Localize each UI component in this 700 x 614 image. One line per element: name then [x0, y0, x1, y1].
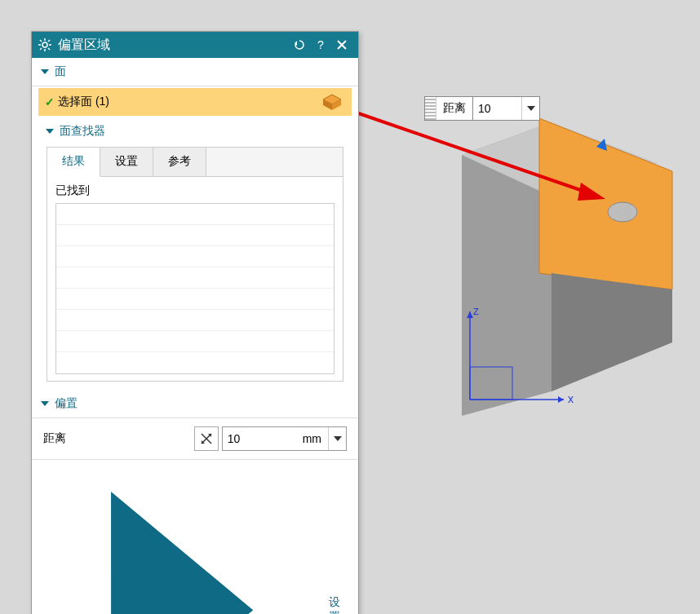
chevron-right-icon	[40, 468, 324, 614]
close-icon	[337, 40, 347, 50]
face-selection-icon[interactable]	[319, 90, 345, 114]
svg-line-23	[48, 48, 50, 50]
tab-reference[interactable]: 参考	[153, 148, 206, 176]
svg-marker-34	[41, 401, 49, 406]
list-item[interactable]	[56, 267, 334, 289]
svg-marker-1	[462, 122, 658, 204]
check-icon: ✓	[45, 95, 55, 108]
svg-line-22	[40, 40, 42, 42]
select-face-label: 选择面 (1)	[58, 95, 319, 109]
help-icon: ?	[317, 38, 324, 51]
distance-input[interactable]	[223, 427, 296, 450]
svg-line-24	[40, 48, 42, 50]
face-finder-title: 面查找器	[60, 124, 105, 139]
svg-text:x: x	[568, 392, 574, 405]
select-face-row[interactable]: ✓ 选择面 (1)	[38, 88, 352, 116]
floating-distance-control[interactable]: 距离	[424, 96, 540, 121]
viewport-3d: x z	[421, 98, 690, 440]
section-offset-header[interactable]: 偏置	[32, 390, 358, 418]
dialog-title: 偏置区域	[58, 37, 288, 54]
dialog-titlebar[interactable]: 偏置区域 ?	[32, 32, 358, 58]
distance-input-group: mm	[222, 426, 347, 451]
drag-grip-icon[interactable]	[425, 97, 436, 120]
distance-dropdown[interactable]	[328, 427, 346, 450]
reverse-direction-button[interactable]	[194, 426, 219, 451]
svg-marker-3	[539, 118, 672, 289]
found-label: 已找到	[55, 183, 334, 198]
floating-distance-input[interactable]	[472, 97, 521, 120]
chevron-down-icon	[334, 435, 342, 443]
list-item[interactable]	[56, 246, 334, 267]
list-item[interactable]	[56, 310, 334, 331]
reset-icon	[294, 39, 305, 51]
section-settings-title: 设置	[329, 595, 350, 614]
svg-marker-29	[41, 69, 49, 74]
chevron-down-icon	[40, 399, 50, 409]
section-face-title: 面	[55, 64, 66, 79]
svg-marker-0	[462, 122, 552, 416]
svg-marker-15	[578, 183, 605, 201]
svg-marker-5	[596, 139, 607, 151]
svg-marker-39	[334, 436, 342, 441]
found-list[interactable]	[55, 203, 334, 374]
list-item[interactable]	[56, 204, 334, 225]
svg-rect-12	[470, 367, 512, 400]
section-settings-header[interactable]: 设置	[32, 460, 358, 614]
list-item[interactable]	[56, 289, 334, 310]
help-button[interactable]: ?	[311, 35, 330, 55]
section-face-header[interactable]: 面	[32, 58, 358, 86]
svg-text:z: z	[473, 304, 479, 317]
section-offset-title: 偏置	[55, 396, 78, 411]
distance-label: 距离	[43, 431, 194, 446]
floating-distance-dropdown[interactable]	[521, 97, 539, 120]
found-panel: 已找到	[47, 177, 343, 381]
svg-marker-16	[527, 106, 535, 111]
close-button[interactable]	[332, 35, 352, 55]
chevron-down-icon	[527, 104, 535, 113]
face-finder-tabs: 结果 设置 参考	[47, 148, 343, 177]
reset-button[interactable]	[290, 35, 309, 55]
svg-marker-33	[46, 129, 54, 134]
svg-line-14	[347, 109, 587, 192]
offset-body: 距离 mm	[32, 418, 358, 460]
chevron-down-icon	[45, 126, 55, 136]
chevron-down-icon	[40, 67, 50, 77]
list-item[interactable]	[56, 225, 334, 246]
svg-line-25	[48, 40, 50, 42]
tab-settings[interactable]: 设置	[100, 148, 153, 176]
svg-point-17	[42, 42, 47, 47]
svg-marker-13	[552, 273, 672, 391]
reverse-direction-icon	[199, 431, 214, 446]
floating-distance-label: 距离	[436, 101, 472, 116]
list-item[interactable]	[56, 331, 334, 352]
svg-marker-10	[467, 311, 473, 318]
svg-marker-40	[111, 492, 253, 614]
face-finder-header[interactable]: 面查找器	[32, 119, 358, 144]
distance-unit: mm	[296, 432, 328, 445]
svg-point-4	[608, 202, 637, 222]
face-icon	[321, 92, 343, 112]
tab-results[interactable]: 结果	[47, 148, 100, 177]
offset-region-dialog: 偏置区域 ? 面 ✓ 选择面 (1) 面查找器 结果 设置 参	[31, 31, 359, 614]
svg-marker-7	[558, 396, 564, 403]
gear-icon	[38, 38, 51, 51]
face-finder-tabs-wrap: 结果 设置 参考 已找到	[47, 147, 343, 382]
